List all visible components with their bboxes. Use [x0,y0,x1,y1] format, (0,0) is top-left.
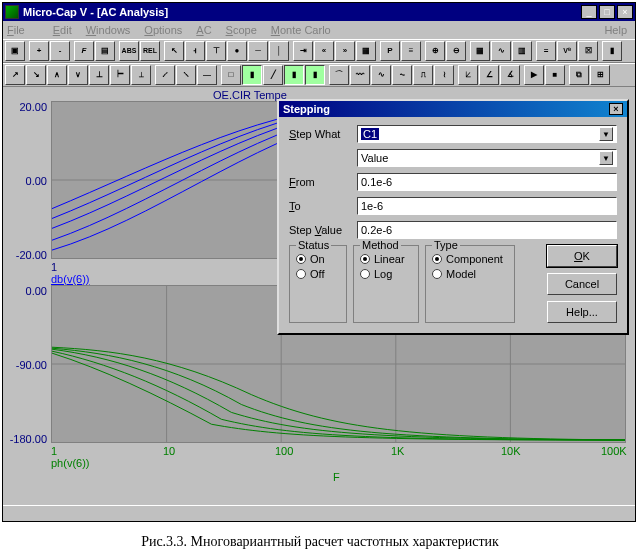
maximize-button[interactable]: □ [599,5,615,19]
tool-zoom-in-icon[interactable]: + [29,41,49,61]
tool-table-icon[interactable]: ▦ [470,41,490,61]
group-method: Method Linear Log [353,245,419,323]
dialog-close-button[interactable]: × [609,103,623,115]
legend-status: Status [296,239,331,251]
tool-eq-icon[interactable]: = [536,41,556,61]
tool-list-icon[interactable]: ≡ [401,41,421,61]
tool-grid-icon[interactable]: ▦ [356,41,376,61]
tool-abs-icon[interactable]: ABS [119,41,139,61]
menu-edit[interactable]: Edit [53,24,72,36]
tool-curve5-icon[interactable]: ⎍ [413,65,433,85]
menu-montecarlo[interactable]: Monte Carlo [271,24,331,36]
tool-angle2-icon[interactable]: ∠ [479,65,499,85]
plot1-ytick-bottom: -20.00 [9,249,47,261]
tool-zplus-icon[interactable]: ⊕ [425,41,445,61]
tool-r2-3-icon[interactable]: ∧ [47,65,67,85]
tool-r2-7-icon[interactable]: ⟂ [131,65,151,85]
tool-font-icon[interactable]: F [74,41,94,61]
label-from: From [289,176,357,188]
radio-method-log[interactable]: Log [360,268,412,280]
tool-diag-icon[interactable]: ╱ [263,65,283,85]
tool-rel-icon[interactable]: REL [140,41,160,61]
plot2-ytick-bottom: -180.00 [9,433,47,445]
tool-curve4-icon[interactable]: ⏦ [392,65,412,85]
tool-r2-1-icon[interactable]: ↗ [5,65,25,85]
tool-curve1-icon[interactable]: ⌒ [329,65,349,85]
dialog-titlebar: Stepping × [279,101,627,117]
menu-ac[interactable]: AC [196,24,211,36]
input-to[interactable]: 1e-6 [357,197,617,215]
menu-file[interactable]: File [7,24,39,36]
input-step-value[interactable]: 0.2e-6 [357,221,617,239]
tool-hmarker-icon[interactable]: ─ [248,41,268,61]
tool-fill2-icon[interactable]: ▮ [284,65,304,85]
tool-play-icon[interactable]: ▶ [524,65,544,85]
tool-text-icon[interactable]: ⊤ [206,41,226,61]
menu-help[interactable]: Help [604,24,627,36]
tool-vmarker-icon[interactable]: │ [269,41,289,61]
tool-r2-6-icon[interactable]: ⊢ [110,65,130,85]
tool-split-icon[interactable]: ⫞ [185,41,205,61]
tool-marker-icon[interactable]: ● [227,41,247,61]
menu-windows[interactable]: Windows [86,24,131,36]
cancel-button[interactable]: Cancel [547,273,617,295]
window-controls: _ □ × [579,5,633,19]
tool-r2-5-icon[interactable]: ⊥ [89,65,109,85]
tool-x-icon[interactable]: ☒ [578,41,598,61]
statusbar [3,505,635,521]
radio-type-component[interactable]: Component [432,253,508,265]
tool-fwd-icon[interactable]: » [335,41,355,61]
tool-doc-icon[interactable]: ▣ [5,41,25,61]
help-button[interactable]: Help... [547,301,617,323]
tool-angle1-icon[interactable]: ⟀ [458,65,478,85]
tool-misc1-icon[interactable]: ⧉ [569,65,589,85]
tool-line3-icon[interactable]: — [197,65,217,85]
chevron-down-icon[interactable]: ▼ [599,151,613,165]
tool-wave-icon[interactable]: ∿ [491,41,511,61]
tool-bars-icon[interactable]: ▮ [602,41,622,61]
tool-r2-4-icon[interactable]: ∨ [68,65,88,85]
tool-r2-2-icon[interactable]: ↘ [26,65,46,85]
ok-button[interactable]: OK [547,245,617,267]
close-button[interactable]: × [617,5,633,19]
tool-p-icon[interactable]: P [380,41,400,61]
legend-method: Method [360,239,401,251]
tool-zoom-out-icon[interactable]: - [50,41,70,61]
tool-fill1-icon[interactable]: ▮ [242,65,262,85]
combo-attr[interactable]: Value ▼ [357,149,617,167]
input-from[interactable]: 0.1e-6 [357,173,617,191]
tool-line2-icon[interactable]: ⟍ [176,65,196,85]
stepping-dialog: Stepping × Step What C1 ▼ Value ▼ [277,99,629,335]
tool-step-icon[interactable]: ⇥ [293,41,313,61]
tool-line1-icon[interactable]: ⟋ [155,65,175,85]
tool-curve3-icon[interactable]: ∿ [371,65,391,85]
tool-zminus-icon[interactable]: ⊖ [446,41,466,61]
tool-panel-icon[interactable]: ▤ [95,41,115,61]
tool-angle3-icon[interactable]: ∡ [500,65,520,85]
tool-square-icon[interactable]: □ [221,65,241,85]
radio-method-linear[interactable]: Linear [360,253,412,265]
menu-options[interactable]: Options [144,24,182,36]
plot1-ylabel-link[interactable]: db(v(6)) [51,273,90,285]
group-status: Status On Off [289,245,347,323]
plot2-xtick-10k: 10K [501,445,521,457]
menu-scope[interactable]: Scope [226,24,257,36]
tool-curve2-icon[interactable]: 〰 [350,65,370,85]
tool-misc2-icon[interactable]: ⊞ [590,65,610,85]
combo-step-what[interactable]: C1 ▼ [357,125,617,143]
tool-stop-icon[interactable]: ■ [545,65,565,85]
minimize-button[interactable]: _ [581,5,597,19]
plot2-xlabel: F [333,471,340,483]
radio-status-on[interactable]: On [296,253,340,265]
radio-status-off[interactable]: Off [296,268,340,280]
tool-back-icon[interactable]: « [314,41,334,61]
tool-cursor-icon[interactable]: ↖ [164,41,184,61]
toolbar-row-2: ↗ ↘ ∧ ∨ ⊥ ⊢ ⟂ ⟋ ⟍ — □ ▮ ╱ ▮ ▮ ⌒ 〰 ∿ ⏦ ⎍ … [3,63,635,87]
tool-chart-icon[interactable]: ▥ [512,41,532,61]
tool-fill3-icon[interactable]: ▮ [305,65,325,85]
tool-curve6-icon[interactable]: ≀ [434,65,454,85]
radio-type-model[interactable]: Model [432,268,508,280]
chevron-down-icon[interactable]: ▼ [599,127,613,141]
plot2-xtick-100: 100 [275,445,293,457]
tool-vb-icon[interactable]: Vᴮ [557,41,577,61]
